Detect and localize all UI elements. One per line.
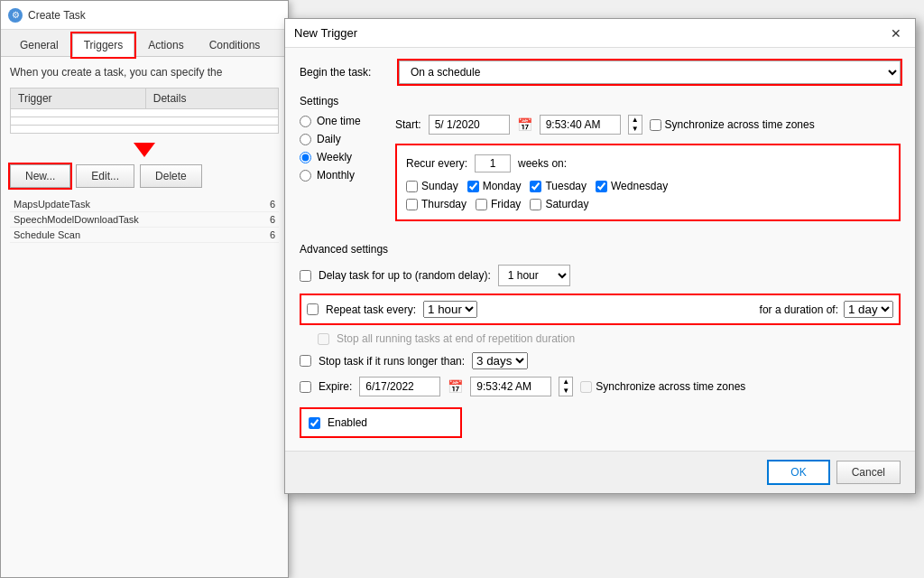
trigger-col-header: Trigger (11, 89, 146, 109)
triggers-table: Trigger Details (10, 88, 279, 134)
cancel-button[interactable]: Cancel (836, 461, 901, 484)
recur-box: Recur every: weeks on: Sunday Monday (395, 144, 901, 221)
expire-sync-tz-label: Synchronize across time zones (596, 380, 745, 393)
radio-one-time[interactable]: One time (300, 115, 381, 127)
expire-row: Expire: 📅 ▲ ▼ Synchronize across time zo… (300, 377, 901, 396)
delay-task-checkbox[interactable] (300, 270, 311, 282)
tab-conditions[interactable]: Conditions (198, 33, 273, 56)
day-friday: Friday (476, 198, 521, 210)
radio-monthly[interactable]: Monthly (300, 169, 381, 182)
arrow-down-indicator (134, 143, 155, 157)
expire-sync-timezone: Synchronize across time zones (580, 380, 745, 393)
tuesday-label: Tuesday (545, 180, 587, 192)
schedule-right: Start: 📅 ▲ ▼ Synchronize across time zon… (395, 115, 901, 230)
duration-select[interactable]: 1 day (844, 301, 893, 318)
new-trigger-dialog: New Trigger ✕ Begin the task: On a sched… (284, 18, 916, 494)
thursday-label: Thursday (421, 198, 467, 210)
saturday-checkbox[interactable] (530, 199, 541, 210)
expire-time-spinner[interactable]: ▲ ▼ (559, 377, 573, 396)
schedule-options: One time Daily Weekly Monthly (300, 115, 381, 230)
friday-label: Friday (491, 198, 521, 210)
settings-label: Settings (300, 95, 901, 107)
radio-daily[interactable]: Daily (300, 133, 381, 145)
advanced-settings-label: Advanced settings (300, 243, 901, 256)
expire-date-input[interactable] (359, 377, 440, 396)
new-trigger-button[interactable]: New... (10, 164, 70, 188)
stop-task-checkbox[interactable] (300, 355, 311, 367)
edit-trigger-button[interactable]: Edit... (76, 164, 134, 188)
monday-checkbox[interactable] (467, 181, 479, 192)
tuesday-checkbox[interactable] (530, 181, 541, 192)
day-tuesday: Tuesday (530, 180, 587, 192)
daily-label: Daily (317, 133, 341, 145)
time-spinner[interactable]: ▲ ▼ (628, 115, 642, 135)
tab-actions[interactable]: Actions (136, 33, 195, 56)
for-duration-label: for a duration of: (760, 303, 838, 316)
tab-general[interactable]: General (8, 33, 70, 56)
start-row: Start: 📅 ▲ ▼ Synchronize across time zon… (395, 115, 901, 135)
stop-running-row: Stop all running tasks at end of repetit… (300, 332, 901, 345)
duration-part: for a duration of: 1 day (760, 301, 893, 318)
list-item: Schedule Scan 6 (10, 228, 279, 243)
enabled-row: Enabled (300, 407, 462, 438)
sync-timezone-checkbox[interactable] (650, 119, 661, 131)
sunday-checkbox[interactable] (406, 181, 418, 192)
expire-calendar-icon[interactable]: 📅 (448, 379, 463, 394)
expire-sync-tz-checkbox (580, 381, 592, 393)
repeat-task-select[interactable]: 1 hour (423, 301, 477, 318)
recur-every-label: Recur every: (406, 157, 467, 170)
stop-task-select[interactable]: 3 days (472, 352, 528, 369)
recur-every-input[interactable] (475, 154, 511, 172)
saturday-label: Saturday (545, 198, 588, 210)
weekly-label: Weekly (317, 151, 352, 163)
triggers-buttons: New... Edit... Delete (10, 164, 279, 188)
enabled-label: Enabled (328, 416, 367, 429)
radio-weekly[interactable]: Weekly (300, 151, 381, 163)
begin-task-select[interactable]: On a schedule (399, 61, 901, 84)
dialog-body: Begin the task: On a schedule Settings O… (285, 48, 915, 451)
tab-triggers[interactable]: Triggers (72, 33, 135, 57)
stop-running-label: Stop all running tasks at end of repetit… (337, 332, 575, 345)
stop-task-row: Stop task if it runs longer than: 3 days (300, 352, 901, 369)
wednesday-checkbox[interactable] (596, 181, 607, 192)
create-task-tabs: General Triggers Actions Conditions Set.… (1, 30, 288, 57)
create-task-window: ⚙ Create Task General Triggers Actions C… (0, 0, 289, 578)
monday-label: Monday (483, 180, 522, 192)
expire-time-input[interactable] (470, 377, 551, 396)
expire-checkbox[interactable] (300, 381, 311, 393)
start-time-input[interactable] (540, 115, 621, 135)
day-thursday: Thursday (406, 198, 467, 210)
recur-every-row: Recur every: weeks on: (406, 154, 890, 172)
calendar-icon[interactable]: 📅 (517, 117, 532, 132)
day-monday: Monday (467, 180, 522, 192)
triggers-description: When you create a task, you can specify … (10, 66, 279, 79)
thursday-checkbox[interactable] (406, 199, 418, 210)
repeat-task-label: Repeat task every: (326, 303, 416, 316)
stop-task-label: Stop task if it runs longer than: (319, 355, 465, 368)
sync-timezone-label: Synchronize across time zones (665, 118, 815, 131)
sunday-label: Sunday (421, 180, 458, 192)
start-label: Start: (395, 118, 421, 131)
create-task-content: When you create a task, you can specify … (1, 57, 288, 252)
close-button[interactable]: ✕ (886, 23, 906, 43)
list-item: SpeechModelDownloadTask 6 (10, 212, 279, 228)
days-row-2: Thursday Friday Saturday (406, 198, 890, 210)
days-row: Sunday Monday Tuesday Wednesday (406, 180, 890, 192)
delete-trigger-button[interactable]: Delete (140, 164, 202, 188)
list-item: MapsUpdateTask 6 (10, 197, 279, 212)
begin-task-label: Begin the task: (300, 66, 399, 79)
one-time-label: One time (317, 115, 361, 127)
schedule-container: One time Daily Weekly Monthly (300, 115, 901, 230)
enabled-checkbox[interactable] (309, 417, 320, 429)
monthly-label: Monthly (317, 169, 355, 182)
weeks-on-label: weeks on: (518, 157, 567, 170)
begin-task-row: Begin the task: On a schedule (300, 61, 901, 84)
ok-button[interactable]: OK (768, 461, 828, 484)
task-list: MapsUpdateTask 6 SpeechModelDownloadTask… (10, 197, 279, 243)
repeat-task-checkbox[interactable] (307, 303, 319, 315)
start-date-input[interactable] (429, 115, 510, 135)
friday-checkbox[interactable] (476, 199, 487, 210)
delay-task-select[interactable]: 1 hour (498, 265, 570, 286)
details-col-header: Details (145, 89, 278, 109)
repeat-task-row: Repeat task every: 1 hour for a duration… (300, 294, 901, 325)
